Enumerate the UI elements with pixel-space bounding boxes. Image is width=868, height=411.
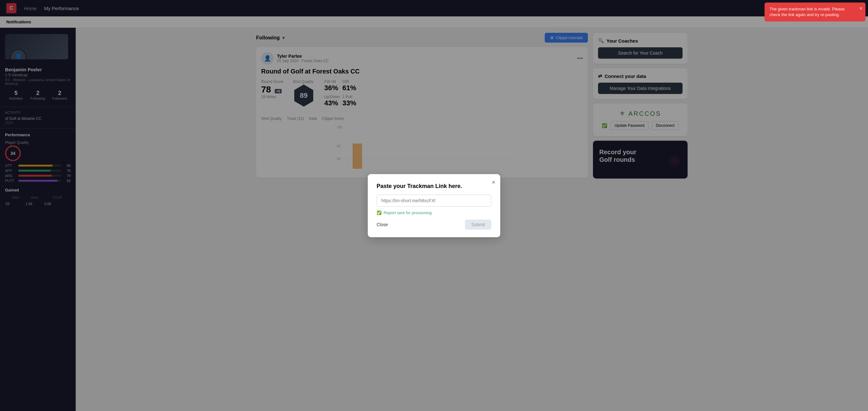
modal-title: Paste your Trackman Link here. bbox=[377, 183, 491, 190]
trackman-modal: Paste your Trackman Link here. × ✅ Repor… bbox=[368, 174, 500, 237]
error-banner: The given trackman link is invalid. Plea… bbox=[765, 2, 866, 22]
trackman-link-input[interactable] bbox=[377, 195, 491, 207]
modal-submit-button[interactable]: Submit bbox=[465, 220, 491, 230]
modal-close-icon[interactable]: × bbox=[492, 179, 495, 186]
modal-success-message: ✅ Report sent for processing bbox=[377, 211, 491, 215]
modal-footer: Close Submit bbox=[377, 220, 491, 230]
modal-overlay[interactable]: Paste your Trackman Link here. × ✅ Repor… bbox=[0, 0, 868, 411]
success-check-icon: ✅ bbox=[377, 211, 382, 215]
error-close-icon[interactable]: × bbox=[860, 5, 862, 12]
error-message: The given trackman link is invalid. Plea… bbox=[770, 7, 845, 17]
modal-close-button[interactable]: Close bbox=[377, 222, 388, 227]
